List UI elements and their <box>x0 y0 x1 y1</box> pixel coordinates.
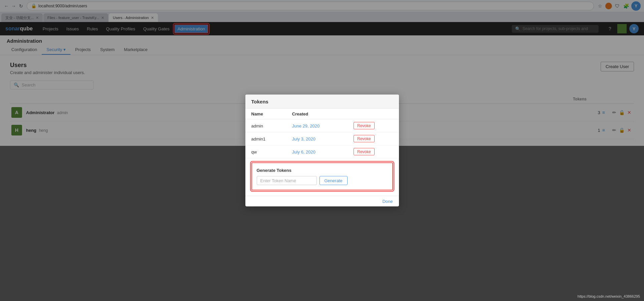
token-row: admin June 29, 2020 Revoke <box>245 119 399 132</box>
col-action <box>348 109 399 119</box>
token-row: admin1 July 3, 2020 Revoke <box>245 132 399 145</box>
col-created: Created <box>286 109 348 119</box>
token-date: June 29, 2020 <box>286 119 348 132</box>
bottom-url: https://blog.csdn.net/weixin_43866295 <box>578 294 640 298</box>
token-name-input[interactable] <box>257 176 317 185</box>
modal-header: Tokens <box>245 95 399 109</box>
tokens-table: Name Created admin June 29, 2020 Revoke … <box>245 109 399 159</box>
token-date: July 3, 2020 <box>286 132 348 145</box>
generate-tokens-section: Generate Tokens Generate <box>251 163 393 191</box>
generate-form: Generate <box>257 176 388 185</box>
generate-button[interactable]: Generate <box>319 176 348 185</box>
done-button[interactable]: Done <box>382 199 393 204</box>
token-name: qw <box>245 145 286 158</box>
modal-footer: Done <box>245 196 399 207</box>
token-row: qw July 6, 2020 Revoke <box>245 145 399 158</box>
token-name: admin <box>245 119 286 132</box>
revoke-button[interactable]: Revoke <box>354 135 375 142</box>
revoke-button[interactable]: Revoke <box>354 148 375 156</box>
token-name: admin1 <box>245 132 286 145</box>
generate-title: Generate Tokens <box>257 168 388 173</box>
token-date: July 6, 2020 <box>286 145 348 158</box>
tokens-modal: Tokens Name Created admin June 29, 2020 … <box>245 95 399 207</box>
modal-body: Name Created admin June 29, 2020 Revoke … <box>245 109 399 191</box>
col-name: Name <box>245 109 286 119</box>
revoke-button[interactable]: Revoke <box>354 122 375 129</box>
